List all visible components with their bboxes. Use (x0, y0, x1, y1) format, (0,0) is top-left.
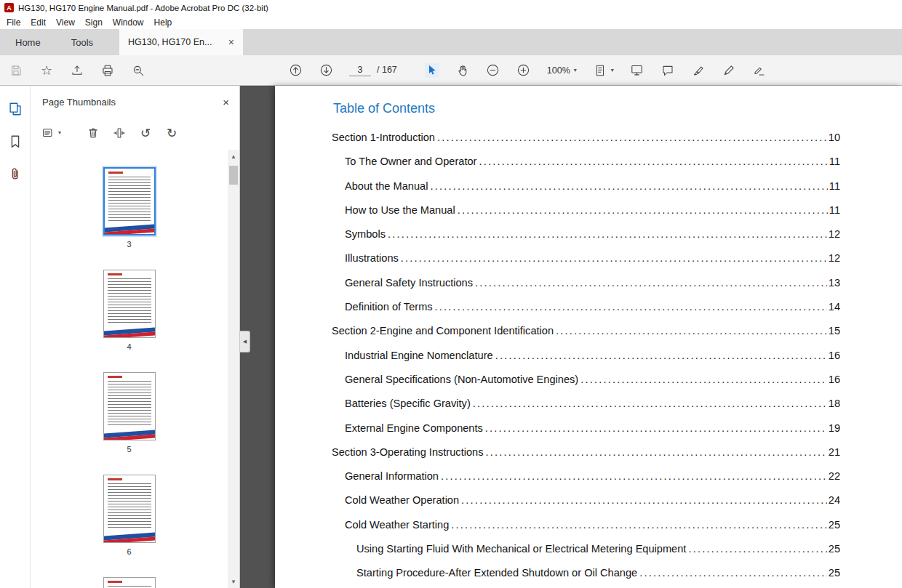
dot-leader: ........................................… (495, 344, 827, 368)
dot-leader: ........................................… (688, 537, 826, 561)
options-icon (41, 126, 55, 140)
hand-tool-icon[interactable] (455, 63, 470, 78)
close-tab-icon[interactable]: × (223, 36, 234, 48)
thumbnail-image[interactable] (103, 475, 156, 543)
toc-entry-page: 11 (829, 174, 840, 198)
toc-entry[interactable]: Cold Weather Starting...................… (332, 513, 840, 537)
favorite-star-icon[interactable]: ☆ (39, 63, 54, 78)
toc-entry-page: 18 (829, 392, 840, 416)
page-display-dropdown[interactable]: ▾ (593, 63, 614, 78)
bookmarks-icon[interactable] (7, 133, 24, 150)
previous-page-icon[interactable] (288, 63, 303, 78)
scroll-up-icon[interactable]: ▲ (228, 151, 239, 161)
toc-entry[interactable]: About the Manual........................… (332, 174, 840, 198)
toc-entry[interactable]: Batteries (Specific Gravity)............… (332, 392, 840, 416)
toc-entry-label: General Information (345, 464, 439, 488)
toc-entry-label: Illustrations (345, 246, 399, 270)
zoom-in-icon[interactable] (516, 63, 531, 78)
page-thumbnail[interactable]: 7 (103, 577, 156, 588)
zoom-level-dropdown[interactable]: 100% ▾ (547, 65, 577, 76)
toc-entry-label: Cold Weather Operation (345, 488, 459, 512)
scrollbar-thumb[interactable] (229, 166, 238, 185)
dot-leader: ........................................… (479, 150, 827, 174)
thumbnail-text-lines (108, 483, 151, 530)
tab-tools[interactable]: Tools (56, 29, 108, 55)
tab-home[interactable]: Home (0, 29, 56, 55)
page-thumbnail[interactable]: 6 (103, 475, 156, 556)
page-thumbnail[interactable]: 5 (103, 372, 156, 454)
toc-entry[interactable]: Cold Weather Operation..................… (332, 488, 840, 512)
toc-entry[interactable]: How to Use the Manual...................… (332, 198, 840, 222)
toc-entry[interactable]: To The Owner and Operator...............… (332, 150, 840, 174)
next-page-icon[interactable] (319, 63, 333, 78)
panel-title: Page Thumbnails (42, 97, 116, 108)
toc-entry-label: External Engine Components (345, 416, 483, 440)
marquee-zoom-icon[interactable] (131, 63, 145, 78)
collapse-panel-handle[interactable]: ◀ (240, 331, 250, 353)
thumbnail-image[interactable] (103, 372, 156, 440)
panel-scrollbar[interactable]: ▲ ▼ (228, 150, 239, 588)
share-icon[interactable] (70, 63, 84, 78)
rotate-counterclockwise-icon[interactable]: ↺ (138, 126, 153, 140)
menu-item-sign[interactable]: Sign (80, 17, 108, 28)
close-panel-icon[interactable]: × (223, 96, 229, 108)
thumbnail-footer (103, 222, 156, 234)
thumbnail-image[interactable] (103, 577, 156, 588)
comment-icon[interactable] (660, 63, 675, 78)
dot-leader: ........................................… (580, 368, 827, 392)
toc-entry[interactable]: General Information.....................… (332, 464, 840, 488)
page-display-icon (593, 63, 607, 78)
print-icon[interactable] (100, 63, 115, 78)
toc-entry[interactable]: Definition of Terms.....................… (332, 295, 840, 319)
toc-entry[interactable]: Section 1-Introduction..................… (332, 126, 840, 150)
page-number-input[interactable]: 3 (349, 65, 371, 76)
thumbnail-text-lines (108, 177, 151, 222)
toc-entry[interactable]: Section 2-Engine and Component Identific… (332, 319, 840, 343)
presentation-mode-icon[interactable] (630, 63, 644, 78)
menu-item-view[interactable]: View (51, 17, 80, 28)
rotate-clockwise-icon[interactable]: ↻ (164, 126, 179, 140)
thumbnail-image[interactable] (103, 270, 156, 338)
fill-and-sign-icon[interactable] (752, 63, 767, 78)
toc-entry[interactable]: External Engine Components..............… (332, 416, 840, 440)
toc-entry-page: 16 (829, 344, 840, 368)
toc-entry[interactable]: General Safety Instructions.............… (332, 271, 840, 295)
tab-home-label: Home (15, 37, 41, 48)
toc-entry[interactable]: Section 3-Operating Instructions........… (332, 440, 840, 464)
select-tool-icon[interactable] (425, 63, 439, 78)
thumbnail-footer (103, 326, 156, 337)
toc-entry[interactable]: Using Starting Fluid With Mechanical or … (332, 537, 840, 561)
scroll-down-icon[interactable]: ▼ (228, 576, 239, 587)
thumbnail-image[interactable] (103, 167, 156, 235)
toc-entry-page: 12 (829, 222, 840, 246)
toc-entry[interactable]: Starting Procedure-After Extended Shutdo… (332, 561, 840, 585)
menu-item-edit[interactable]: Edit (25, 17, 51, 28)
thumbnail-list: 34567 (31, 148, 228, 588)
save-icon[interactable] (9, 63, 23, 78)
zoom-out-icon[interactable] (486, 63, 500, 78)
view-tool-group: 100% ▾ ▾ (425, 63, 644, 78)
menu-item-file[interactable]: File (1, 17, 25, 28)
toc-entry-page: 25 (829, 513, 840, 537)
tab-document[interactable]: HG130, HG170 En... × (119, 29, 243, 55)
thumbnail-options-button[interactable]: ▾ (41, 126, 61, 140)
panel-toolbar: ▾ ↺ ↻ (31, 118, 239, 148)
menu-item-window[interactable]: Window (108, 17, 149, 28)
page-thumbnail[interactable]: 4 (103, 270, 156, 351)
dot-leader: ........................................… (458, 198, 828, 222)
delete-pages-icon[interactable] (86, 126, 100, 140)
toc-entry[interactable]: Symbols.................................… (332, 222, 840, 246)
toc-entry[interactable]: General Specifications (Non-Automotive E… (332, 368, 840, 392)
thumbnail-red-mark (108, 172, 123, 174)
toc-entry[interactable]: Illustrations...........................… (332, 246, 840, 270)
attachments-icon[interactable] (7, 166, 24, 183)
toc-entry-page: 19 (829, 416, 840, 440)
page-thumbnails-icon[interactable] (7, 100, 24, 118)
resize-thumbnails-icon[interactable] (112, 126, 127, 140)
sign-icon[interactable] (722, 63, 736, 78)
page-thumbnail[interactable]: 3 (103, 167, 156, 249)
highlight-icon[interactable] (691, 63, 706, 78)
menu-item-help[interactable]: Help (149, 17, 177, 28)
toc-entry[interactable]: Industrial Engine Nomenclature..........… (332, 344, 840, 368)
dot-leader: ........................................… (639, 561, 827, 585)
